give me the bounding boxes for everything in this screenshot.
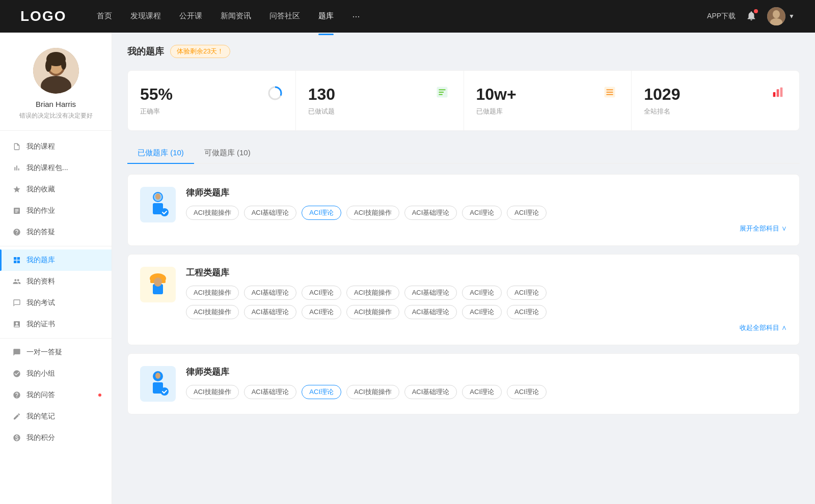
nav-home[interactable]: 首页 — [97, 9, 112, 24]
stat-banks-value: 10w+ — [476, 85, 517, 104]
tag-eng2-0[interactable]: ACI技能操作 — [186, 305, 239, 319]
sidebar-item-notes[interactable]: 我的笔记 — [0, 406, 112, 427]
tag-eng1-1[interactable]: ACI基础理论 — [244, 286, 297, 300]
question-circle-icon — [12, 228, 21, 237]
sidebar-item-certificate[interactable]: 我的证书 — [0, 314, 112, 335]
qbank-name-lawyer2: 律师类题库 — [186, 366, 787, 378]
tab-available-banks[interactable]: 可做题库 (10) — [194, 143, 261, 163]
sidebar-item-label: 我的课程包... — [26, 163, 68, 173]
user-avatar — [767, 7, 785, 25]
tag-lawyer2-3[interactable]: ACI技能操作 — [346, 385, 399, 399]
collapse-link-engineer[interactable]: 收起全部科目 ∧ — [186, 323, 787, 332]
grid-icon — [12, 256, 21, 265]
svg-point-22 — [160, 208, 169, 216]
nav-open-course[interactable]: 公开课 — [179, 9, 202, 24]
questions-icon — [435, 85, 451, 101]
tag-eng1-4[interactable]: ACI基础理论 — [404, 286, 457, 300]
stat-rank-label: 全站排名 — [644, 107, 670, 116]
qbank-tags-lawyer2: ACI技能操作 ACI基础理论 ACI理论 ACI技能操作 ACI基础理论 AC… — [186, 385, 787, 399]
sidebar-item-exam[interactable]: 我的考试 — [0, 292, 112, 314]
sidebar-item-label: 我的收藏 — [26, 185, 55, 194]
qbank-card-lawyer1: 律师类题库 ACI技能操作 ACI基础理论 ACI理论 ACI技能操作 ACI基… — [127, 174, 800, 246]
qbank-info-lawyer1: 律师类题库 ACI技能操作 ACI基础理论 ACI理论 ACI技能操作 ACI基… — [186, 187, 787, 233]
stat-accuracy: 55% 正确率 — [128, 71, 296, 130]
menu-divider — [0, 246, 112, 246]
sidebar-item-qa[interactable]: 我的答疑 — [0, 221, 112, 243]
nav-more[interactable]: ··· — [352, 9, 360, 24]
nav-qa[interactable]: 问答社区 — [269, 9, 300, 24]
logo[interactable]: LOGO — [20, 8, 66, 24]
stat-questions-value: 130 — [308, 85, 335, 104]
nav-qbank[interactable]: 题库 — [318, 9, 334, 24]
tag-lawyer2-6[interactable]: ACI理论 — [507, 385, 547, 399]
sidebar-item-label: 我的积分 — [26, 433, 55, 442]
tag-eng2-6[interactable]: ACI理论 — [507, 305, 547, 319]
nav-discover[interactable]: 发现课程 — [130, 9, 161, 24]
tag-lawyer1-2[interactable]: ACI理论 — [302, 206, 341, 220]
tag-lawyer1-6[interactable]: ACI理论 — [507, 206, 547, 220]
tag-lawyer2-4[interactable]: ACI基础理论 — [404, 385, 457, 399]
tag-lawyer2-1[interactable]: ACI基础理论 — [244, 385, 297, 399]
qbank-info-engineer: 工程类题库 ACI技能操作 ACI基础理论 ACI理论 ACI技能操作 ACI基… — [186, 267, 787, 332]
tag-eng1-2[interactable]: ACI理论 — [302, 286, 341, 300]
nav-news[interactable]: 新闻资讯 — [221, 9, 251, 24]
tag-eng2-1[interactable]: ACI基础理论 — [244, 305, 297, 319]
qbank-tags-engineer-row1: ACI技能操作 ACI基础理论 ACI理论 ACI技能操作 ACI基础理论 AC… — [186, 286, 787, 300]
tag-eng1-5[interactable]: ACI理论 — [462, 286, 502, 300]
qbank-tags-engineer-row2: ACI技能操作 ACI基础理论 ACI理论 ACI技能操作 ACI基础理论 AC… — [186, 305, 787, 319]
points-icon — [12, 433, 21, 442]
profile-section: Brian Harris 错误的决定比没有决定要好 — [0, 33, 112, 131]
sidebar-item-favorites[interactable]: 我的收藏 — [0, 179, 112, 200]
sidebar-item-profile[interactable]: 我的资料 — [0, 271, 112, 292]
tag-lawyer1-4[interactable]: ACI基础理论 — [404, 206, 457, 220]
sidebar-item-one-on-one[interactable]: 一对一答疑 — [0, 342, 112, 363]
qbank-tags-lawyer1: ACI技能操作 ACI基础理论 ACI理论 ACI技能操作 ACI基础理论 AC… — [186, 206, 787, 220]
notification-bell[interactable] — [746, 10, 757, 23]
engineer-icon-svg — [145, 271, 171, 299]
banks-icon — [603, 85, 619, 101]
sidebar-item-homework[interactable]: 我的作业 — [0, 200, 112, 221]
qbank-info-lawyer2: 律师类题库 ACI技能操作 ACI基础理论 ACI理论 ACI技能操作 ACI基… — [186, 366, 787, 399]
sidebar-item-label: 我的笔记 — [26, 412, 55, 421]
tag-eng2-4[interactable]: ACI基础理论 — [404, 305, 457, 319]
list-check-icon — [435, 85, 449, 99]
sidebar-item-my-courses[interactable]: 我的课程 — [0, 136, 112, 157]
chat-icon — [12, 348, 21, 357]
tag-eng2-2[interactable]: ACI理论 — [302, 305, 341, 319]
tag-lawyer1-5[interactable]: ACI理论 — [462, 206, 502, 220]
qbank-icon-lawyer2 — [140, 366, 176, 402]
tag-eng1-6[interactable]: ACI理论 — [507, 286, 547, 300]
tag-eng2-5[interactable]: ACI理论 — [462, 305, 502, 319]
tag-lawyer1-1[interactable]: ACI基础理论 — [244, 206, 297, 220]
tag-lawyer1-3[interactable]: ACI技能操作 — [346, 206, 399, 220]
expand-link-lawyer1[interactable]: 展开全部科目 ∨ — [186, 224, 787, 233]
user-menu[interactable]: ▼ — [767, 7, 795, 25]
tag-lawyer2-0[interactable]: ACI技能操作 — [186, 385, 239, 399]
tag-eng1-3[interactable]: ACI技能操作 — [346, 286, 399, 300]
menu-divider-2 — [0, 338, 112, 339]
star-icon — [12, 185, 21, 194]
svg-point-21 — [155, 193, 160, 200]
app-download-button[interactable]: APP下载 — [707, 12, 736, 21]
tag-lawyer1-0[interactable]: ACI技能操作 — [186, 206, 239, 220]
rank-icon — [771, 85, 787, 101]
tab-done-banks[interactable]: 已做题库 (10) — [127, 143, 194, 163]
main-content: 我的题库 体验剩余23天！ 55% 正确率 130 已做试题 — [112, 33, 815, 504]
bar-chart-icon — [12, 163, 21, 173]
sidebar-item-points[interactable]: 我的积分 — [0, 427, 112, 449]
tag-eng1-0[interactable]: ACI技能操作 — [186, 286, 239, 300]
sidebar-item-groups[interactable]: 我的小组 — [0, 363, 112, 384]
tag-eng2-3[interactable]: ACI技能操作 — [346, 305, 399, 319]
pie-chart-icon — [267, 85, 283, 101]
sidebar-item-course-packages[interactable]: 我的课程包... — [0, 157, 112, 179]
sidebar-item-qbank[interactable]: 我的题库 — [0, 249, 112, 271]
svg-rect-17 — [780, 88, 783, 97]
sidebar-item-questions[interactable]: 我的问答 — [0, 384, 112, 406]
sidebar-item-label: 我的小组 — [26, 369, 55, 378]
chevron-down-icon: ▼ — [789, 13, 795, 20]
svg-rect-16 — [777, 89, 779, 97]
tag-lawyer2-5[interactable]: ACI理论 — [462, 385, 502, 399]
page-title: 我的题库 — [127, 45, 164, 58]
sidebar-item-label: 我的答疑 — [26, 228, 55, 237]
tag-lawyer2-2[interactable]: ACI理论 — [302, 385, 341, 399]
